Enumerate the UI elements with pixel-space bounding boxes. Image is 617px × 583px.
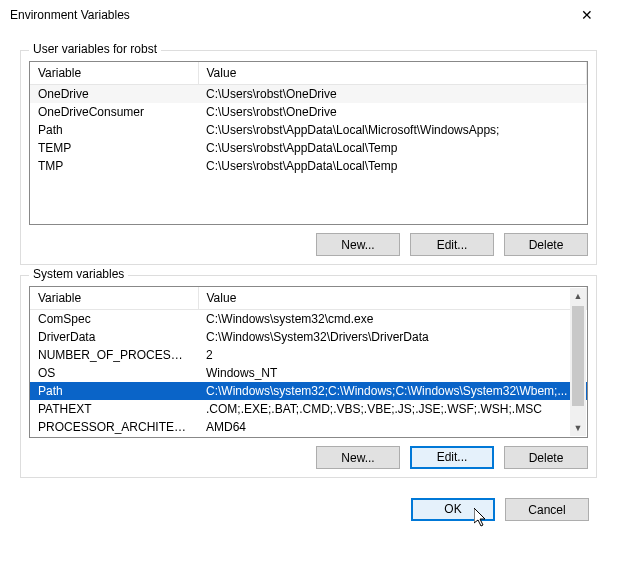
user-header-variable[interactable]: Variable	[30, 62, 198, 85]
table-row[interactable]: NUMBER_OF_PROCESSORS 2	[30, 346, 587, 364]
scrollbar[interactable]: ▲ ▼	[570, 288, 586, 436]
system-header-value[interactable]: Value	[198, 287, 587, 310]
system-group-label: System variables	[29, 267, 128, 281]
scroll-down-icon[interactable]: ▼	[570, 420, 586, 436]
user-edit-button[interactable]: Edit...	[410, 233, 494, 256]
table-row[interactable]: DriverData C:\Windows\System32\Drivers\D…	[30, 328, 587, 346]
user-new-button[interactable]: New...	[316, 233, 400, 256]
user-delete-button[interactable]: Delete	[504, 233, 588, 256]
table-row[interactable]: TMP C:\Users\robst\AppData\Local\Temp	[30, 157, 587, 175]
scroll-thumb[interactable]	[572, 306, 584, 406]
system-delete-button[interactable]: Delete	[504, 446, 588, 469]
table-row[interactable]: OS Windows_NT	[30, 364, 587, 382]
user-header-value[interactable]: Value	[198, 62, 587, 85]
table-row[interactable]: TEMP C:\Users\robst\AppData\Local\Temp	[30, 139, 587, 157]
table-row[interactable]: Path C:\Windows\system32;C:\Windows;C:\W…	[30, 382, 587, 400]
dialog-title: Environment Variables	[10, 8, 130, 22]
user-table[interactable]: Variable Value OneDrive C:\Users\robst\O…	[29, 61, 588, 225]
user-variables-group: User variables for robst Variable Value …	[20, 50, 597, 265]
titlebar: Environment Variables ✕	[0, 0, 617, 30]
system-variables-group: System variables Variable Value ComSpec …	[20, 275, 597, 478]
table-row[interactable]: OneDrive C:\Users\robst\OneDrive	[30, 85, 587, 104]
system-new-button[interactable]: New...	[316, 446, 400, 469]
table-row[interactable]: Path C:\Users\robst\AppData\Local\Micros…	[30, 121, 587, 139]
user-group-label: User variables for robst	[29, 42, 161, 56]
table-row[interactable]: OneDriveConsumer C:\Users\robst\OneDrive	[30, 103, 587, 121]
close-icon[interactable]: ✕	[567, 7, 607, 23]
table-row[interactable]: PROCESSOR_ARCHITECTURE AMD64	[30, 418, 587, 436]
table-row[interactable]: ComSpec C:\Windows\system32\cmd.exe	[30, 310, 587, 329]
scroll-up-icon[interactable]: ▲	[570, 288, 586, 304]
system-table[interactable]: Variable Value ComSpec C:\Windows\system…	[29, 286, 588, 438]
cancel-button[interactable]: Cancel	[505, 498, 589, 521]
table-row[interactable]: PATHEXT .COM;.EXE;.BAT;.CMD;.VBS;.VBE;.J…	[30, 400, 587, 418]
ok-button[interactable]: OK	[411, 498, 495, 521]
system-header-variable[interactable]: Variable	[30, 287, 198, 310]
system-edit-button[interactable]: Edit...	[410, 446, 494, 469]
